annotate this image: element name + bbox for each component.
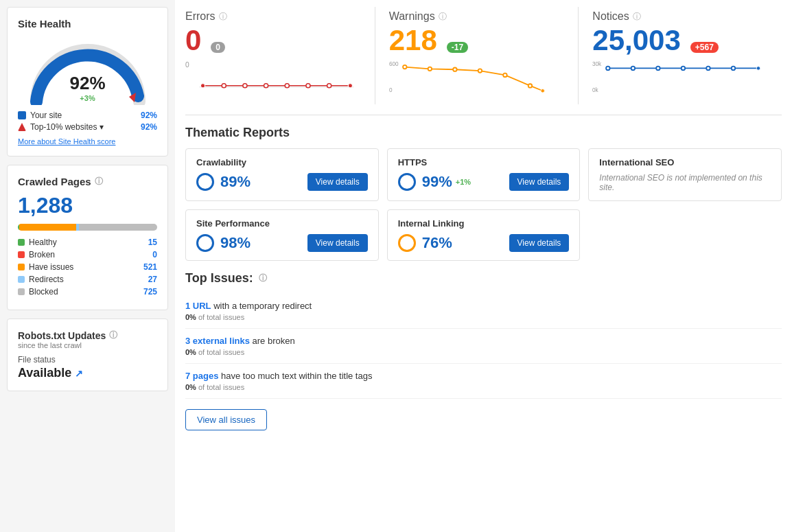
- warnings-value: 218: [389, 26, 437, 55]
- svg-point-15: [453, 67, 456, 71]
- stat-broken-color: [18, 251, 25, 258]
- svg-point-19: [541, 89, 544, 93]
- warnings-badge: -17: [447, 42, 468, 53]
- top10-label: Top-10% websites ▾: [30, 122, 104, 132]
- notices-info-icon[interactable]: ⓘ: [633, 11, 641, 23]
- metrics-row: Errors ⓘ 0 0 0: [185, 7, 782, 115]
- site-perf-pct: 98%: [220, 234, 251, 252]
- crawlability-pct: 89%: [220, 173, 251, 191]
- issue-2-link[interactable]: 7 pages: [185, 371, 218, 381]
- svg-point-27: [732, 67, 735, 70]
- report-https-title: HTTPS: [398, 157, 570, 167]
- notices-chart: 30k 0k: [592, 58, 768, 99]
- issue-0-rest: with a temporary redirect: [211, 301, 312, 311]
- report-crawlability-title: Crawlability: [196, 157, 368, 167]
- svg-text:0k: 0k: [592, 87, 599, 93]
- robots-info-icon[interactable]: ⓘ: [109, 329, 117, 341]
- stat-healthy-color: [18, 239, 25, 246]
- notices-label: Notices: [592, 10, 629, 23]
- report-internal-linking: Internal Linking 76% View details: [387, 209, 581, 261]
- gauge-percent: 92%: [69, 73, 105, 94]
- issue-0-link[interactable]: 1 URL: [185, 301, 211, 311]
- stat-healthy: Healthy 15: [18, 238, 157, 247]
- issue-row-2: 7 pages have too much text within the ti…: [185, 364, 782, 399]
- errors-label: Errors: [185, 10, 216, 23]
- site-health-legend: Your site 92% Top-10% websites ▾ 92%: [18, 111, 157, 132]
- site-perf-circle: [196, 234, 214, 252]
- svg-point-7: [285, 84, 289, 88]
- svg-point-3: [200, 84, 205, 88]
- site-perf-view-btn[interactable]: View details: [307, 234, 368, 252]
- issue-2-rest: have too much text within the title tags: [218, 371, 372, 381]
- more-about-link[interactable]: More about Site Health score: [18, 137, 157, 146]
- issue-row-0: 1 URL with a temporary redirect 0% of to…: [185, 294, 782, 329]
- report-crawlability: Crawlability 89% View details: [185, 148, 379, 201]
- svg-point-17: [503, 73, 506, 77]
- stat-redirects-value[interactable]: 27: [148, 275, 157, 284]
- stat-redirects: Redirects 27: [18, 275, 157, 284]
- warnings-block: Warnings ⓘ 218 -17 600 0: [375, 7, 579, 104]
- internal-linking-view-btn[interactable]: View details: [509, 234, 570, 252]
- stat-issues: Have issues 521: [18, 262, 157, 272]
- errors-info-icon[interactable]: ⓘ: [219, 11, 227, 23]
- svg-point-25: [682, 67, 685, 70]
- issue-1-link[interactable]: 3 external links: [185, 336, 250, 346]
- notices-block: Notices ⓘ 25,003 +567 30k 0k: [578, 7, 782, 104]
- svg-point-8: [306, 84, 310, 88]
- your-site-label: Your site: [30, 111, 62, 120]
- svg-point-6: [264, 84, 268, 88]
- warnings-label: Warnings: [389, 10, 435, 23]
- https-view-btn[interactable]: View details: [509, 173, 570, 191]
- svg-point-28: [757, 67, 760, 70]
- report-intl-seo: International SEO International SEO is n…: [588, 148, 782, 201]
- internal-linking-pct: 76%: [422, 234, 452, 252]
- stat-broken-label: Broken: [29, 250, 55, 259]
- https-pct: 99%: [422, 173, 452, 191]
- top-issues-info-icon[interactable]: ⓘ: [259, 273, 267, 284]
- issue-0-sub-text: of total issues: [196, 313, 244, 321]
- report-intl-seo-title: International SEO: [599, 157, 771, 167]
- crawled-pages-count: 1,288: [18, 193, 157, 218]
- stat-broken-value[interactable]: 0: [152, 250, 157, 259]
- svg-point-26: [707, 67, 710, 70]
- issue-1-sub-text: of total issues: [196, 348, 244, 356]
- report-site-perf: Site Performance 98% View details: [185, 209, 379, 261]
- file-status-label: File status: [18, 355, 157, 365]
- external-link-icon[interactable]: ↗: [75, 368, 83, 379]
- https-circle: [398, 173, 416, 191]
- svg-text:30k: 30k: [592, 61, 602, 67]
- your-site-dot: [18, 111, 26, 119]
- stat-blocked-value[interactable]: 725: [143, 287, 157, 297]
- svg-point-5: [243, 84, 247, 88]
- reports-grid: Crawlability 89% View details HTTPS: [185, 148, 782, 261]
- stat-redirects-color: [18, 276, 25, 283]
- site-health-title: Site Health: [18, 18, 157, 30]
- thematic-title: Thematic Reports: [185, 126, 782, 140]
- top10-value: 92%: [141, 122, 157, 132]
- warnings-info-icon[interactable]: ⓘ: [439, 11, 447, 23]
- svg-text:0: 0: [185, 61, 189, 69]
- svg-text:600: 600: [389, 61, 399, 67]
- issue-2-sub-text: of total issues: [196, 383, 244, 391]
- top-issues-section: Top Issues: ⓘ 1 URL with a temporary red…: [185, 271, 782, 430]
- svg-point-14: [428, 67, 431, 71]
- notices-value: 25,003: [592, 26, 680, 55]
- stat-issues-value[interactable]: 521: [143, 262, 157, 272]
- view-all-issues-btn[interactable]: View all issues: [185, 409, 267, 430]
- gauge-change: +3%: [69, 94, 105, 102]
- stat-blocked-color: [18, 288, 25, 295]
- stat-issues-label: Have issues: [29, 262, 73, 272]
- errors-value: 0: [185, 26, 201, 55]
- crawled-pages-bar: [18, 224, 157, 231]
- internal-linking-circle: [398, 234, 416, 252]
- report-site-perf-title: Site Performance: [196, 218, 368, 229]
- crawlability-view-btn[interactable]: View details: [307, 173, 368, 191]
- svg-point-4: [222, 84, 226, 88]
- stat-issues-color: [18, 264, 25, 270]
- stat-healthy-value[interactable]: 15: [148, 238, 157, 247]
- your-site-value: 92%: [141, 111, 157, 120]
- file-status-value: Available: [18, 366, 71, 380]
- top-issues-title: Top Issues:: [185, 271, 253, 286]
- crawled-pages-info-icon[interactable]: ⓘ: [95, 176, 103, 187]
- svg-point-24: [656, 67, 660, 70]
